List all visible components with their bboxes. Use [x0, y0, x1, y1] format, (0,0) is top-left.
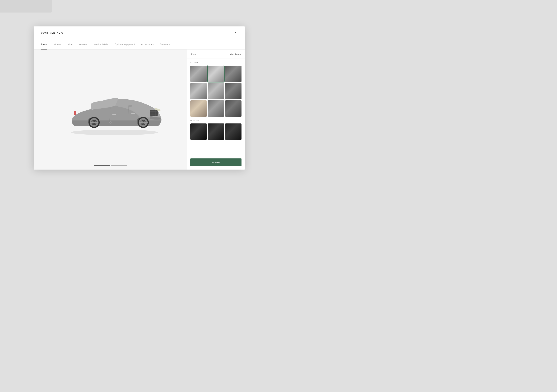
blacks-category-label: BLACKS: [190, 120, 241, 121]
tab-optional-equipment[interactable]: Optional equipment: [115, 39, 135, 49]
dot-1: [94, 165, 110, 166]
tab-veneers[interactable]: Veneers: [79, 39, 87, 49]
tab-paints[interactable]: Paints: [41, 39, 47, 49]
top-left-decoration: [0, 0, 52, 13]
modal-header: CONTINENTAL GT ×: [34, 26, 245, 39]
swatch-silver-8-color: [208, 100, 224, 117]
svg-point-32: [109, 121, 111, 123]
car-illustration: [53, 78, 168, 137]
paint-selection-header: Paint Moonbeam: [187, 49, 245, 58]
swatch-black-1-color: [190, 123, 207, 140]
swatch-silver-8[interactable]: [208, 100, 224, 117]
swatch-silver-1[interactable]: [190, 66, 207, 82]
tab-navigation: Paints Wheels Hide Veneers Interior deta…: [34, 39, 245, 49]
swatch-silver-3-color: [225, 66, 241, 82]
modal-content: Paint Moonbeam SILVER: [34, 49, 245, 169]
modal-title: CONTINENTAL GT: [41, 32, 65, 34]
silver-category-label: SILVER: [190, 62, 241, 64]
swatch-black-3[interactable]: [225, 123, 241, 140]
swatch-silver-3[interactable]: [225, 66, 241, 82]
tab-interior-details[interactable]: Interior details: [94, 39, 108, 49]
swatch-silver-2[interactable]: [208, 66, 224, 82]
svg-rect-4: [131, 113, 135, 114]
swatch-silver-9-color: [225, 100, 241, 117]
wheels-button[interactable]: Wheels: [190, 159, 241, 166]
dot-2: [111, 165, 127, 166]
tab-accessories[interactable]: Accessories: [141, 39, 154, 49]
swatch-silver-6[interactable]: [225, 83, 241, 99]
paint-selected-value: Moonbeam: [230, 53, 241, 56]
car-image-container: [38, 54, 183, 162]
swatches-container: SILVER: [187, 58, 245, 159]
swatch-black-1[interactable]: [190, 123, 207, 140]
tab-wheels[interactable]: Wheels: [54, 39, 61, 49]
swatch-silver-6-color: [225, 83, 241, 99]
tab-hide[interactable]: Hide: [68, 39, 73, 49]
paint-label: Paint: [191, 53, 197, 56]
swatch-silver-2-color: [208, 66, 224, 82]
swatch-silver-1-color: [190, 66, 207, 82]
swatch-silver-9[interactable]: [225, 100, 241, 117]
svg-rect-11: [74, 111, 76, 115]
swatch-silver-5-color: [208, 83, 224, 99]
swatch-silver-5[interactable]: [208, 83, 224, 99]
swatch-silver-4-color: [190, 83, 207, 99]
configurator-modal: CONTINENTAL GT × Paints Wheels Hide Vene…: [34, 26, 245, 169]
svg-point-0: [71, 130, 158, 135]
swatch-silver-7-color: [190, 100, 207, 117]
tab-summary[interactable]: Summary: [160, 39, 170, 49]
svg-rect-3: [112, 114, 116, 115]
swatch-black-3-color: [225, 123, 241, 140]
swatch-silver-4[interactable]: [190, 83, 207, 99]
image-pagination-dots: [94, 165, 127, 166]
blacks-swatches-grid: [190, 123, 241, 140]
car-display-area: [34, 49, 187, 169]
silver-swatches-grid: [190, 66, 241, 117]
swatch-black-2-color: [208, 123, 224, 140]
swatch-black-2[interactable]: [208, 123, 224, 140]
paint-options-panel: Paint Moonbeam SILVER: [187, 49, 245, 169]
swatch-silver-7[interactable]: [190, 100, 207, 117]
close-button[interactable]: ×: [234, 31, 238, 35]
